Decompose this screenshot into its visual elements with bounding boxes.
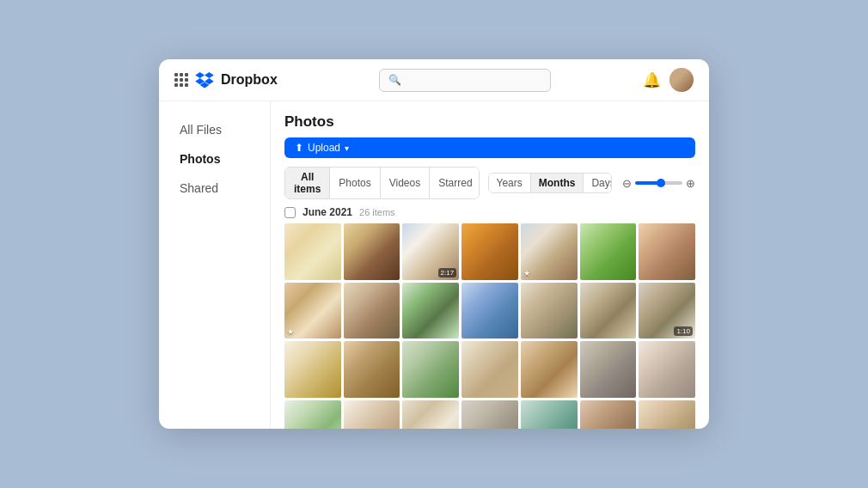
header-left: Dropbox (174, 72, 286, 88)
photo-cell[interactable]: ★ (284, 283, 341, 339)
zoom-in-icon[interactable]: ⊕ (686, 177, 695, 190)
filter-photos[interactable]: Photos (330, 168, 380, 198)
sidebar-item-shared[interactable]: Shared (173, 175, 256, 201)
photo-cell[interactable] (639, 341, 695, 398)
app-window: Dropbox 🔍 🔔 All Files Photos Shared Phot… (159, 59, 709, 429)
photo-cell[interactable] (462, 400, 518, 429)
chevron-down-icon: ▾ (345, 143, 349, 153)
filter-months[interactable]: Months (531, 174, 584, 192)
zoom-slider[interactable] (635, 181, 682, 185)
photo-cell[interactable] (521, 341, 578, 398)
star-badge: ★ (287, 327, 294, 336)
video-badge: 2:17 (438, 268, 457, 278)
photo-cell[interactable] (284, 341, 341, 398)
photo-cell[interactable] (344, 283, 400, 339)
section-checkbox[interactable] (284, 207, 296, 218)
content-area: Photos ⬆ Upload ▾ All items Photos Video… (271, 101, 709, 429)
avatar-image (669, 68, 694, 92)
photo-cell[interactable] (344, 223, 400, 280)
dropbox-logo-icon (195, 72, 214, 88)
star-badge: ★ (523, 269, 530, 278)
zoom-out-icon[interactable]: ⊖ (622, 177, 632, 190)
filter-row: All items Photos Videos Starred Years Mo… (284, 167, 695, 199)
header-right: 🔔 (643, 68, 694, 92)
header: Dropbox 🔍 🔔 (159, 59, 709, 101)
upload-button[interactable]: ⬆ Upload ▾ (284, 137, 695, 158)
photo-cell[interactable] (580, 223, 637, 280)
photo-cell[interactable] (402, 341, 459, 398)
avatar[interactable] (669, 68, 694, 92)
upload-label: Upload (308, 142, 340, 154)
sidebar-item-photos[interactable]: Photos (173, 146, 256, 172)
photo-cell[interactable] (521, 400, 578, 429)
photo-cell[interactable] (639, 223, 695, 280)
photo-cell[interactable] (344, 400, 400, 429)
page-title: Photos (284, 113, 695, 131)
photo-cell[interactable] (462, 283, 518, 339)
photo-cell[interactable] (284, 400, 341, 429)
filter-years[interactable]: Years (489, 174, 531, 192)
photo-cell[interactable]: 1:10 (639, 283, 695, 339)
section-title: June 2021 (303, 206, 352, 218)
brand-name: Dropbox (221, 72, 278, 88)
photo-cell[interactable] (580, 341, 637, 398)
grid-menu-icon[interactable] (174, 73, 188, 87)
filter-all-items[interactable]: All items (285, 168, 330, 198)
upload-icon: ⬆ (295, 142, 303, 154)
main-area: All Files Photos Shared Photos ⬆ Upload … (159, 101, 709, 429)
photo-cell[interactable] (344, 341, 400, 398)
photo-cell[interactable]: ★ (521, 223, 578, 280)
filter-videos[interactable]: Videos (381, 168, 430, 198)
zoom-thumb (657, 179, 665, 187)
type-filter-group: All items Photos Videos Starred (284, 167, 480, 199)
photo-cell[interactable] (639, 400, 695, 429)
photos-section: June 2021 26 items 2:17 ★ (284, 206, 695, 429)
photo-cell[interactable] (521, 283, 578, 339)
search-icon: 🔍 (388, 74, 401, 86)
photo-cell[interactable] (402, 283, 459, 339)
photo-cell[interactable] (284, 223, 341, 280)
section-count: 26 items (359, 207, 395, 217)
search-area: 🔍 (296, 69, 633, 92)
photo-cell[interactable] (462, 223, 518, 280)
photo-cell[interactable] (580, 283, 637, 339)
photo-cell[interactable] (402, 400, 459, 429)
sidebar: All Files Photos Shared (159, 101, 271, 429)
filter-days[interactable]: Days (584, 174, 612, 192)
search-bar[interactable]: 🔍 (379, 69, 551, 92)
bell-icon[interactable]: 🔔 (643, 71, 661, 89)
video-badge: 1:10 (674, 326, 693, 336)
search-input[interactable] (406, 74, 541, 87)
zoom-controls: ⊖ ⊕ (622, 177, 695, 190)
sidebar-item-all-files[interactable]: All Files (173, 117, 256, 143)
section-header: June 2021 26 items (284, 206, 695, 218)
photo-grid: 2:17 ★ ★ (284, 223, 695, 429)
photo-cell[interactable]: 2:17 (402, 223, 459, 280)
filter-starred[interactable]: Starred (430, 168, 479, 198)
date-filter-group: Years Months Days (488, 173, 612, 193)
photo-cell[interactable] (462, 341, 518, 398)
photo-cell[interactable] (580, 400, 637, 429)
